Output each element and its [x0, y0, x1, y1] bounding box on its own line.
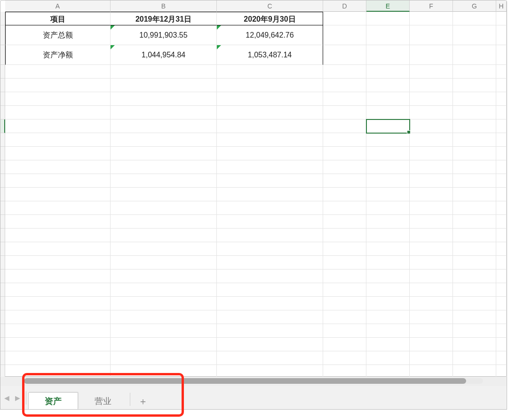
cell-G1[interactable]	[453, 12, 496, 25]
cell-E16[interactable]	[366, 229, 410, 242]
cell-G16[interactable]	[453, 229, 496, 242]
cell-B12[interactable]	[111, 174, 217, 188]
cell-H7[interactable]	[496, 106, 507, 119]
cell-E17[interactable]	[366, 242, 410, 256]
cell-E13[interactable]	[366, 188, 410, 201]
cell-G23[interactable]	[453, 324, 496, 338]
cell-D16[interactable]	[323, 229, 366, 242]
col-header-E[interactable]: E	[366, 0, 410, 12]
active-cell-E8[interactable]	[366, 119, 410, 133]
cell-A9[interactable]	[5, 133, 111, 147]
cell-B25[interactable]	[111, 351, 217, 365]
cell-A11[interactable]	[5, 160, 111, 174]
cell-G24[interactable]	[453, 338, 496, 351]
cell-F5[interactable]	[410, 79, 453, 92]
cell-D2[interactable]	[323, 25, 366, 45]
cell-D4[interactable]	[323, 65, 366, 79]
cell-H6[interactable]	[496, 92, 507, 106]
cell-C7[interactable]	[217, 106, 323, 119]
cell-F25[interactable]	[410, 351, 453, 365]
cell-A13[interactable]	[5, 188, 111, 201]
cell-B22[interactable]	[111, 310, 217, 324]
cell-A5[interactable]	[5, 79, 111, 92]
cell-C19[interactable]	[217, 269, 323, 283]
cell-A12[interactable]	[5, 174, 111, 188]
cell-A8[interactable]	[5, 119, 111, 133]
cell-A4[interactable]	[5, 65, 111, 79]
cell-C6[interactable]	[217, 92, 323, 106]
cell-A20[interactable]	[5, 283, 111, 297]
cell-B8[interactable]	[111, 119, 217, 133]
cell-F15[interactable]	[410, 215, 453, 229]
cell-E5[interactable]	[366, 79, 410, 92]
cell-H3[interactable]	[496, 45, 507, 65]
cell-E3[interactable]	[366, 45, 410, 65]
cell-H22[interactable]	[496, 310, 507, 324]
cell-E2[interactable]	[366, 25, 410, 45]
cell-E21[interactable]	[366, 297, 410, 310]
cell-G4[interactable]	[453, 65, 496, 79]
cell-F19[interactable]	[410, 269, 453, 283]
cell-B16[interactable]	[111, 229, 217, 242]
cell-H2[interactable]	[496, 25, 507, 45]
sheet-tab-revenue[interactable]: 营业	[78, 392, 128, 409]
cell-D14[interactable]	[323, 201, 366, 215]
cell-F1[interactable]	[410, 12, 453, 25]
cell-D25[interactable]	[323, 351, 366, 365]
cell-C9[interactable]	[217, 133, 323, 147]
cell-C5[interactable]	[217, 79, 323, 92]
cell-E12[interactable]	[366, 174, 410, 188]
cell-D13[interactable]	[323, 188, 366, 201]
cell-B21[interactable]	[111, 297, 217, 310]
cell-E9[interactable]	[366, 133, 410, 147]
cell-G3[interactable]	[453, 45, 496, 65]
cell-E23[interactable]	[366, 324, 410, 338]
col-header-C[interactable]: C	[217, 0, 323, 12]
cell-A23[interactable]	[5, 324, 111, 338]
cell-C25[interactable]	[217, 351, 323, 365]
cell-H9[interactable]	[496, 133, 507, 147]
cell-D19[interactable]	[323, 269, 366, 283]
cell-A25[interactable]	[5, 351, 111, 365]
cell-C4[interactable]	[217, 65, 323, 79]
cell-E14[interactable]	[366, 201, 410, 215]
col-header-D[interactable]: D	[323, 0, 366, 12]
cell-C17[interactable]	[217, 242, 323, 256]
cell-G13[interactable]	[453, 188, 496, 201]
cell-D8[interactable]	[323, 119, 366, 133]
cell-E18[interactable]	[366, 256, 410, 269]
cell-C8[interactable]	[217, 119, 323, 133]
cell-F2[interactable]	[410, 25, 453, 45]
cell-F22[interactable]	[410, 310, 453, 324]
cell-E1[interactable]	[366, 12, 410, 25]
cell-H14[interactable]	[496, 201, 507, 215]
cell-A17[interactable]	[5, 242, 111, 256]
cell-C12[interactable]	[217, 174, 323, 188]
cell-G20[interactable]	[453, 283, 496, 297]
cell-E20[interactable]	[366, 283, 410, 297]
cell-H4[interactable]	[496, 65, 507, 79]
cell-D17[interactable]	[323, 242, 366, 256]
cell-F16[interactable]	[410, 229, 453, 242]
grid[interactable]: 项目 2019年12月31日 2020年9月30日 资产总额 10,991,90…	[5, 12, 507, 377]
cell-A21[interactable]	[5, 297, 111, 310]
cell-D23[interactable]	[323, 324, 366, 338]
cell-C3[interactable]: 1,053,487.14	[217, 45, 323, 65]
cell-E25[interactable]	[366, 351, 410, 365]
cell-H24[interactable]	[496, 338, 507, 351]
cell-C2[interactable]: 12,049,642.76	[217, 25, 323, 45]
cell-C16[interactable]	[217, 229, 323, 242]
cell-G7[interactable]	[453, 106, 496, 119]
cell-B19[interactable]	[111, 269, 217, 283]
cell-B23[interactable]	[111, 324, 217, 338]
cell-A3[interactable]: 资产净额	[5, 45, 111, 65]
cell-G2[interactable]	[453, 25, 496, 45]
cell-G15[interactable]	[453, 215, 496, 229]
cell-B3[interactable]: 1,044,954.84	[111, 45, 217, 65]
cell-A2[interactable]: 资产总额	[5, 25, 111, 45]
cell-G19[interactable]	[453, 269, 496, 283]
cell-F24[interactable]	[410, 338, 453, 351]
col-header-F[interactable]: F	[410, 0, 453, 12]
cell-F18[interactable]	[410, 256, 453, 269]
add-sheet-button[interactable]: ＋	[132, 392, 154, 409]
